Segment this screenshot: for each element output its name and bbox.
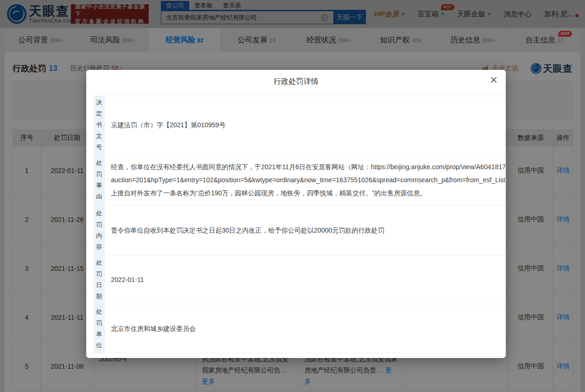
penalty-detail-table: 决定书文号 京建法罚（市）字【2021】第010959号 处罚事由 经查，你单位… [93,96,506,353]
modal-title: 行政处罚详情 [86,70,506,96]
field-label: 处罚内容 [96,208,103,253]
field-label: 处罚事由 [96,158,103,202]
field-label: 处罚单位 [96,306,103,351]
date-value: 2022-01-11 [105,255,506,304]
content-value: 责令你单位自收到本处罚决定书之日起30日之内改正，给予你公司处以20000元罚款… [105,206,506,255]
doc-no-value: 京建法罚（市）字【2021】第010959号 [105,96,506,154]
detail-row-content: 处罚内容 责令你单位自收到本处罚决定书之日起30日之内改正，给予你公司处以200… [93,206,506,255]
field-label: 处罚日期 [96,257,103,302]
reason-value: 经查，你单位在没有经委托人书面同意的情况下，于2021年11月6日在安居客网站（… [105,154,506,206]
close-icon[interactable]: ✕ [489,75,498,86]
detail-row-reason: 处罚事由 经查，你单位在没有经委托人书面同意的情况下，于2021年11月6日在安… [93,154,506,206]
penalty-detail-modal: 行政处罚详情 ✕ 决定书文号 京建法罚（市）字【2021】第010959号 处罚… [86,70,506,358]
detail-row-unit: 处罚单位 北京市住房和城乡建设委员会 [93,304,506,353]
unit-value: 北京市住房和城乡建设委员会 [105,304,506,353]
detail-row-doc-no: 决定书文号 京建法罚（市）字【2021】第010959号 [93,96,506,154]
field-label: 决定书文号 [96,97,103,153]
detail-row-date: 处罚日期 2022-01-11 [93,255,506,304]
